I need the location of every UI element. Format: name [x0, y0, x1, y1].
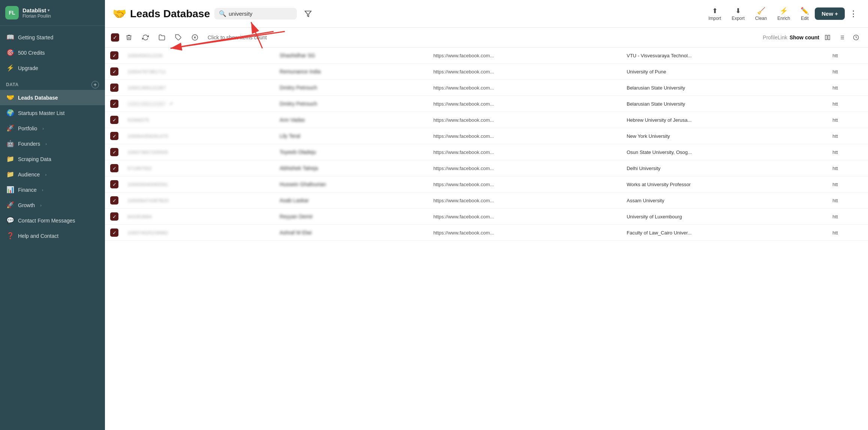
sidebar-item-getting-started[interactable]: 📖 Getting Started: [0, 30, 105, 45]
more-options-button[interactable]: ⋮: [846, 7, 861, 20]
sidebar-item-audience[interactable]: 📁 Audience ›: [0, 167, 105, 182]
move-button[interactable]: [155, 31, 169, 44]
cell-name: Ann Vadas: [275, 112, 429, 128]
sidebar-item-label: Founders: [18, 141, 40, 147]
cell-profile-link: https://www.facebook.com...: [429, 176, 622, 193]
items-count-label[interactable]: Click to show items count: [208, 34, 267, 40]
row-checkbox[interactable]: ✓: [110, 212, 118, 221]
cell-extra: htt: [828, 209, 868, 225]
expand-arrow-icon: ›: [45, 172, 46, 177]
new-button[interactable]: New +: [815, 7, 845, 20]
cell-id: 100064359281470: [123, 128, 275, 144]
row-checkbox[interactable]: ✓: [110, 196, 118, 205]
sidebar-item-growth[interactable]: 🚀 Growth ›: [0, 197, 105, 213]
cell-extra: htt: [828, 176, 868, 193]
row-checkbox[interactable]: ✓: [110, 132, 118, 140]
row-checkbox[interactable]: ✓: [110, 51, 118, 60]
cell-id: 100073657205505: [123, 144, 275, 160]
cell-id: 100013691222B7 ↗: [123, 96, 275, 112]
import-button[interactable]: ⬆ Import: [704, 4, 726, 23]
table-row: ✓1000456312226Shashidhar SGhttps://www.f…: [105, 48, 868, 64]
cell-profile-link: https://www.facebook.com...: [429, 64, 622, 80]
sort-button[interactable]: [836, 31, 848, 43]
cell-id: 843353894: [123, 209, 275, 225]
sidebar-item-scraping-data[interactable]: 📁 Scraping Data: [0, 151, 105, 167]
row-checkbox[interactable]: ✓: [110, 164, 118, 172]
cell-extra: htt: [828, 80, 868, 96]
cell-university: Works at University Professor: [622, 176, 828, 193]
import-icon: ⬆: [712, 7, 718, 15]
row-checkbox[interactable]: ✓: [110, 84, 118, 92]
cell-university: Assam University: [622, 193, 828, 209]
sidebar-item-startups-master-list[interactable]: 🌍 Startups Master List: [0, 105, 105, 121]
topbar: 🤝 Leads Database 🔍 ⬆ Import ⬇ Export 🧹 C…: [105, 0, 868, 28]
expand-icon[interactable]: ↗: [169, 101, 173, 107]
cell-id: 100074025239982: [123, 225, 275, 241]
row-checkbox[interactable]: ✓: [110, 180, 118, 188]
sidebar-item-label: Contact Form Messages: [18, 218, 75, 224]
select-all-checkbox[interactable]: ✓: [111, 33, 119, 42]
upgrade-icon: ⚡: [6, 64, 14, 72]
svg-marker-0: [305, 11, 311, 16]
close-selection-button[interactable]: [188, 31, 202, 44]
sidebar-item-leads-database[interactable]: 🤝 Leads Database: [0, 90, 105, 105]
sidebar-item-label: Growth: [18, 202, 35, 208]
cell-university: Faculty of Law_Cairo Univer...: [622, 225, 828, 241]
profile-link-column-label: ProfileLink: [763, 34, 787, 40]
cell-extra: htt: [828, 48, 868, 64]
chat-icon: 💬: [6, 216, 14, 224]
sidebar-item-label: Audience: [18, 172, 40, 178]
table-container: ✓1000456312226Shashidhar SGhttps://www.f…: [105, 48, 868, 430]
row-checkbox[interactable]: ✓: [110, 67, 118, 76]
row-checkbox[interactable]: ✓: [110, 148, 118, 156]
sidebar-item-label: Leads Database: [18, 95, 58, 101]
cell-university: Delhi University: [622, 160, 828, 176]
row-checkbox[interactable]: ✓: [110, 116, 118, 124]
cell-profile-link: https://www.facebook.com...: [429, 112, 622, 128]
columns-layout-button[interactable]: [822, 31, 834, 43]
sync-button[interactable]: [139, 31, 152, 44]
cell-id: 53368375: [123, 112, 275, 128]
cell-extra: htt: [828, 193, 868, 209]
edit-button[interactable]: ✏️ Edit: [796, 4, 813, 23]
sidebar-item-help-and-contact[interactable]: ❓ Help and Contact: [0, 228, 105, 243]
cell-university: Osun State University, Osog...: [622, 144, 828, 160]
sidebar-item-finance[interactable]: 📊 Finance ›: [0, 182, 105, 197]
sidebar-item-upgrade[interactable]: ⚡ Upgrade: [0, 60, 105, 76]
globe-icon: 🌍: [6, 109, 14, 117]
delete-button[interactable]: [122, 31, 136, 44]
cell-profile-link: https://www.facebook.com...: [429, 128, 622, 144]
sidebar-item-label: Finance: [18, 187, 37, 193]
row-checkbox[interactable]: ✓: [110, 228, 118, 237]
sidebar-item-credits[interactable]: 🎯 500 Credits: [0, 45, 105, 60]
chart-icon: 📊: [6, 186, 14, 194]
export-button[interactable]: ⬇ Export: [727, 4, 749, 23]
cell-name: Dmitry Petrouch: [275, 80, 429, 96]
table-row: ✓100047873B1711Remunance Indiahttps://ww…: [105, 64, 868, 80]
row-checkbox[interactable]: ✓: [110, 100, 118, 108]
filter-button[interactable]: [301, 7, 315, 21]
book-icon: 📖: [6, 33, 14, 41]
cell-profile-link: https://www.facebook.com...: [429, 96, 622, 112]
search-icon: 🔍: [219, 10, 226, 17]
cell-id: 1000456312226: [123, 48, 275, 64]
search-input[interactable]: [229, 10, 289, 17]
clean-button[interactable]: 🧹 Clean: [751, 4, 771, 23]
cell-name: Reyyan Demir: [275, 209, 429, 225]
sidebar-header[interactable]: FL Datablist ▾ Florian Poullin: [0, 0, 105, 26]
search-box[interactable]: 🔍: [214, 8, 297, 19]
history-button[interactable]: [850, 31, 862, 43]
sidebar-item-contact-form-messages[interactable]: 💬 Contact Form Messages: [0, 213, 105, 228]
sidebar-item-label: Upgrade: [18, 65, 38, 71]
sidebar-item-portfolio[interactable]: 🚀 Portfolio ›: [0, 121, 105, 136]
sidebar-item-founders[interactable]: 🤖 Founders ›: [0, 136, 105, 151]
cell-id: 100013691222B7: [123, 80, 275, 96]
cell-id: 100047873B1711: [123, 64, 275, 80]
sidebar: FL Datablist ▾ Florian Poullin 📖 Getting…: [0, 0, 105, 430]
tag-button[interactable]: [172, 31, 185, 44]
audience-folder-icon: 📁: [6, 170, 14, 178]
page-title: Leads Database: [130, 8, 210, 20]
add-data-button[interactable]: +: [91, 81, 99, 88]
enrich-button[interactable]: ⚡ Enrich: [773, 4, 795, 23]
sidebar-item-label: Scraping Data: [18, 156, 51, 162]
